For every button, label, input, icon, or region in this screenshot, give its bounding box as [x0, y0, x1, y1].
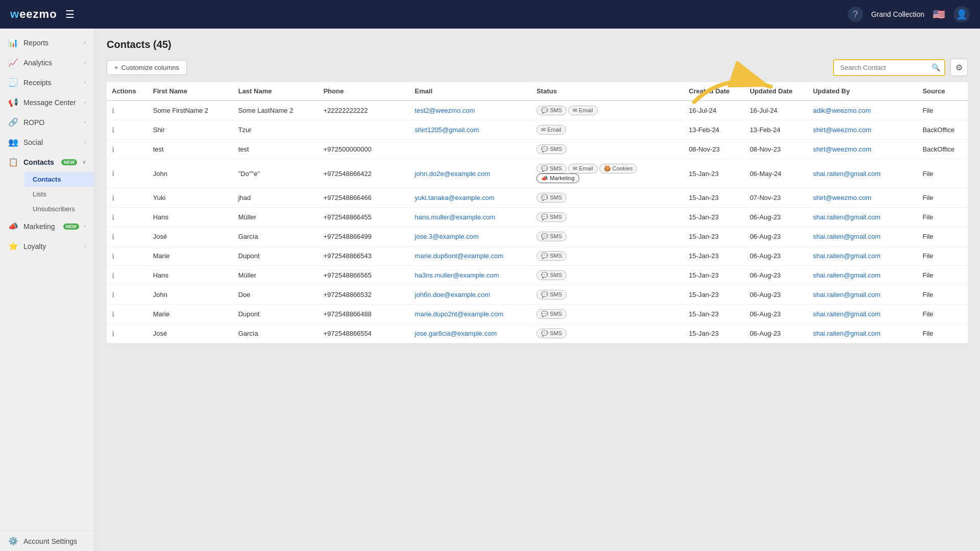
- row-updated-date: 13-Feb-24: [745, 120, 808, 140]
- row-email: john.do2e@example.com: [410, 159, 532, 188]
- info-icon[interactable]: ℹ: [112, 145, 114, 154]
- info-icon[interactable]: ℹ: [112, 233, 114, 241]
- row-created-date: 08-Nov-23: [683, 140, 745, 159]
- col-header-source[interactable]: Source: [917, 82, 968, 101]
- status-badge: ✉ Email: [568, 106, 598, 115]
- navbar-left: weezmo ☰: [10, 8, 75, 21]
- customize-columns-button[interactable]: + Customize columns: [107, 60, 187, 75]
- sidebar-item-loyalty[interactable]: ⭐ Loyalty ›: [0, 236, 94, 256]
- sidebar-item-social[interactable]: 👥 Social ›: [0, 132, 94, 152]
- row-actions[interactable]: ℹ: [107, 140, 148, 159]
- user-avatar[interactable]: 👤: [953, 6, 970, 22]
- info-icon[interactable]: ℹ: [112, 107, 114, 115]
- row-actions[interactable]: ℹ: [107, 159, 148, 188]
- sidebar-item-analytics[interactable]: 📈 Analytics ›: [0, 53, 94, 72]
- row-first-name: test: [148, 140, 233, 159]
- sidebar-sub-unsubscribers[interactable]: Unsubscribers: [24, 202, 94, 216]
- row-updated-date: 06-May-24: [745, 159, 808, 188]
- new-badge: NEW: [61, 159, 77, 165]
- row-actions[interactable]: ℹ: [107, 120, 148, 140]
- chevron-right-icon: ›: [84, 243, 86, 249]
- row-first-name: John: [148, 159, 233, 188]
- sidebar-item-marketing[interactable]: 📣 Marketing NEW ›: [0, 216, 94, 236]
- info-icon[interactable]: ℹ: [112, 169, 114, 178]
- info-icon[interactable]: ℹ: [112, 213, 114, 221]
- table-row: ℹJoséGarcía+972548866499jose.3@example.c…: [107, 227, 968, 246]
- hamburger-icon[interactable]: ☰: [65, 8, 75, 20]
- info-icon[interactable]: ℹ: [112, 330, 114, 338]
- col-header-first-name[interactable]: First Name: [148, 82, 233, 101]
- row-created-date: 13-Feb-24: [683, 120, 745, 140]
- row-last-name: test: [233, 140, 318, 159]
- row-created-date: 15-Jan-23: [683, 285, 745, 305]
- sidebar-item-receipts[interactable]: 🧾 Receipts ›: [0, 72, 94, 92]
- status-badge: ✉ Email: [568, 164, 598, 173]
- row-actions[interactable]: ℹ: [107, 324, 148, 343]
- row-last-name: "Do""e": [233, 159, 318, 188]
- sidebar-item-reports[interactable]: 📊 Reports ›: [0, 33, 94, 53]
- status-badge: 💬 SMS: [536, 164, 567, 173]
- sidebar-item-label: Loyalty: [23, 242, 79, 251]
- col-header-updated-date[interactable]: Updated Date: [745, 82, 808, 101]
- row-email: hans.muller@example.com: [410, 208, 532, 227]
- table-row: ℹHansMüller+972548866565ha3ns.muller@exa…: [107, 266, 968, 285]
- toolbar-right: 🔍 ⚙: [833, 59, 968, 76]
- col-header-status[interactable]: Status: [531, 82, 683, 101]
- reports-icon: 📊: [8, 38, 18, 47]
- sidebar-item-label: Marketing: [23, 222, 56, 231]
- sidebar-item-label: Message Center: [23, 98, 79, 107]
- search-input[interactable]: [833, 59, 945, 76]
- sidebar-item-label: Reports: [23, 39, 79, 47]
- row-source: File: [917, 101, 968, 120]
- info-icon[interactable]: ℹ: [112, 291, 114, 299]
- row-phone: +972548866532: [318, 285, 410, 305]
- info-icon[interactable]: ℹ: [112, 126, 114, 134]
- row-last-name: Müller: [233, 208, 318, 227]
- row-last-name: García: [233, 227, 318, 246]
- row-phone: +972548866488: [318, 305, 410, 324]
- col-header-last-name[interactable]: Last Name: [233, 82, 318, 101]
- sidebar-sub-lists[interactable]: Lists: [24, 187, 94, 202]
- row-created-date: 16-Jul-24: [683, 101, 745, 120]
- new-badge: NEW: [63, 223, 79, 230]
- filter-button[interactable]: ⚙: [950, 59, 968, 76]
- sidebar-item-label: Social: [23, 138, 79, 146]
- row-actions[interactable]: ℹ: [107, 246, 148, 266]
- col-header-created-date[interactable]: Created Date: [683, 82, 745, 101]
- row-updated-date: 06-Aug-23: [745, 227, 808, 246]
- row-actions[interactable]: ℹ: [107, 188, 148, 208]
- status-badge: 💬 SMS: [536, 232, 567, 241]
- sidebar-item-message-center[interactable]: 📢 Message Center ›: [0, 92, 94, 112]
- row-actions[interactable]: ℹ: [107, 208, 148, 227]
- help-icon[interactable]: ?: [848, 7, 863, 22]
- row-actions[interactable]: ℹ: [107, 266, 148, 285]
- main-content: Contacts (45) + Customize columns 🔍 ⚙: [94, 29, 980, 551]
- row-actions[interactable]: ℹ: [107, 227, 148, 246]
- sidebar-sub-contacts[interactable]: Contacts: [24, 172, 94, 187]
- row-status: 💬 SMS: [531, 324, 683, 343]
- row-actions[interactable]: ℹ: [107, 305, 148, 324]
- row-actions[interactable]: ℹ: [107, 101, 148, 120]
- col-header-phone[interactable]: Phone: [318, 82, 410, 101]
- col-header-updated-by[interactable]: Updated By: [808, 82, 918, 101]
- info-icon[interactable]: ℹ: [112, 194, 114, 202]
- sidebar-item-label: Receipts: [23, 79, 79, 87]
- chevron-right-icon: ›: [84, 80, 86, 85]
- status-badge: 💬 SMS: [536, 212, 567, 222]
- sidebar-item-ropo[interactable]: 🔗 ROPO ›: [0, 112, 94, 132]
- sidebar-item-contacts[interactable]: 📋 Contacts NEW ∨: [0, 152, 94, 172]
- sidebar-item-account-settings[interactable]: ⚙️ Account Settings: [0, 531, 94, 551]
- row-created-date: 15-Jan-23: [683, 305, 745, 324]
- chevron-right-icon: ›: [84, 223, 86, 229]
- row-phone: +22222222222: [318, 101, 410, 120]
- info-icon[interactable]: ℹ: [112, 310, 114, 318]
- row-email: marie.dup6ont@example.com: [410, 246, 532, 266]
- row-phone: +972548866565: [318, 266, 410, 285]
- status-badge: 💬 SMS: [536, 290, 567, 299]
- info-icon[interactable]: ℹ: [112, 271, 114, 280]
- info-icon[interactable]: ℹ: [112, 252, 114, 260]
- row-actions[interactable]: ℹ: [107, 285, 148, 305]
- col-header-email[interactable]: Email: [410, 82, 532, 101]
- row-first-name: Marie: [148, 246, 233, 266]
- row-updated-date: 06-Aug-23: [745, 208, 808, 227]
